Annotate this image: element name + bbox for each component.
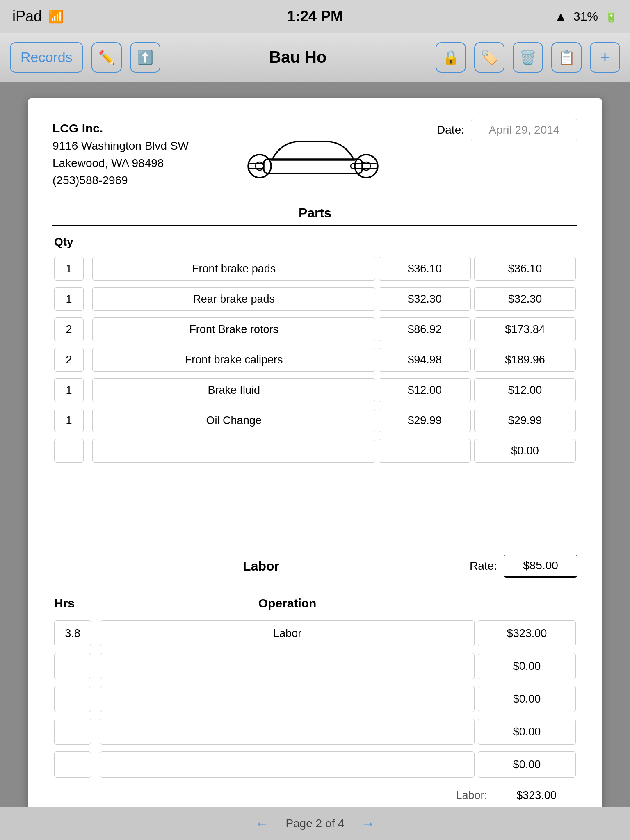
company-address1: 9116 Washington Blvd SW bbox=[52, 137, 189, 155]
labor-hrs-box bbox=[54, 686, 91, 712]
labor-total-box: $0.00 bbox=[478, 653, 576, 679]
copy-button[interactable]: 📋 bbox=[551, 42, 582, 73]
parts-qty-box: 1 bbox=[54, 257, 84, 281]
parts-price-box: $32.30 bbox=[379, 287, 471, 311]
doc-header: LCG Inc. 9116 Washington Blvd SW Lakewoo… bbox=[52, 119, 578, 189]
parts-qty-cell: 1 bbox=[52, 405, 91, 436]
labor-hrs-box bbox=[54, 751, 91, 778]
battery-percent: 31% bbox=[573, 9, 598, 23]
parts-qty-cell: 1 bbox=[52, 284, 91, 314]
qty-header: Qty bbox=[52, 235, 91, 253]
labor-total-value: $323.00 bbox=[495, 789, 578, 802]
parts-total-box: $32.30 bbox=[474, 287, 576, 311]
parts-qty-box: 1 bbox=[54, 287, 84, 311]
parts-row: 1 Oil Change $29.99 $29.99 bbox=[52, 405, 578, 436]
prev-page-button[interactable]: ← bbox=[254, 815, 269, 832]
status-right: ▲ 31% 🔋 bbox=[555, 9, 618, 23]
tag-icon: 🏷️ bbox=[481, 49, 498, 66]
records-button[interactable]: Records bbox=[10, 42, 83, 73]
parts-total-box: $29.99 bbox=[474, 409, 576, 432]
trash-icon: 🗑️ bbox=[519, 49, 536, 66]
labor-total-box: $0.00 bbox=[478, 686, 576, 712]
delete-button[interactable]: 🗑️ bbox=[513, 42, 543, 73]
date-label: Date: bbox=[437, 123, 464, 137]
parts-total-box: $173.84 bbox=[474, 317, 576, 341]
parts-price-cell: $86.92 bbox=[377, 314, 472, 345]
parts-divider bbox=[52, 225, 578, 226]
parts-desc-box: Front brake pads bbox=[92, 257, 375, 281]
parts-price-cell: $12.00 bbox=[377, 375, 472, 405]
car-logo bbox=[205, 119, 420, 185]
parts-price-cell: $29.99 bbox=[377, 405, 472, 436]
pencil-icon: ✏️ bbox=[98, 50, 115, 65]
status-bar: iPad 📶 1:24 PM ▲ 31% 🔋 bbox=[0, 0, 630, 33]
tag-button[interactable]: 🏷️ bbox=[474, 42, 504, 73]
signal-icon: ▲ bbox=[555, 9, 567, 23]
labor-op-box bbox=[100, 751, 475, 778]
toolbar-title: Bau Ho bbox=[169, 48, 427, 66]
parts-total-cell: $36.10 bbox=[472, 253, 578, 284]
labor-total-box: $0.00 bbox=[478, 719, 576, 745]
labor-total-label: Labor: bbox=[430, 789, 487, 802]
svg-rect-0 bbox=[264, 159, 362, 173]
edit-button[interactable]: ✏️ bbox=[91, 42, 122, 73]
parts-total-box: $189.96 bbox=[474, 348, 576, 372]
labor-hrs-cell bbox=[52, 682, 98, 715]
add-button[interactable]: + bbox=[590, 42, 620, 73]
svg-point-1 bbox=[248, 155, 271, 178]
device-label: iPad bbox=[12, 8, 42, 25]
parts-price-box: $86.92 bbox=[379, 317, 471, 341]
labor-hrs-cell bbox=[52, 748, 98, 781]
lock-button[interactable]: 🔒 bbox=[436, 42, 466, 73]
labor-op-box bbox=[100, 719, 475, 745]
parts-desc-box bbox=[92, 439, 375, 463]
labor-total-box: $323.00 bbox=[478, 620, 576, 646]
labor-op-cell bbox=[98, 748, 476, 781]
labor-op-cell bbox=[98, 682, 476, 715]
svg-point-3 bbox=[355, 155, 378, 178]
labor-total-cell-td: $0.00 bbox=[476, 650, 578, 682]
lock-icon: 🔒 bbox=[442, 49, 459, 66]
labor-row: $0.00 bbox=[52, 748, 578, 781]
page-navigation: ← Page 2 of 4 → bbox=[0, 807, 630, 840]
total-header bbox=[472, 235, 578, 253]
parts-price-cell: $36.10 bbox=[377, 253, 472, 284]
toolbar: Records ✏️ ⬆️ Bau Ho 🔒 🏷️ 🗑️ 📋 + bbox=[0, 33, 630, 82]
parts-price-cell bbox=[377, 436, 472, 466]
parts-row: $0.00 bbox=[52, 436, 578, 466]
labor-op-cell bbox=[98, 715, 476, 748]
labor-divider bbox=[52, 582, 578, 582]
rate-label: Rate: bbox=[470, 559, 497, 573]
parts-row: 1 Rear brake pads $32.30 $32.30 bbox=[52, 284, 578, 314]
labor-total-cell-td: $0.00 bbox=[476, 682, 578, 715]
labor-hrs-box bbox=[54, 653, 91, 679]
plus-icon: + bbox=[600, 48, 609, 66]
parts-total-cell: $173.84 bbox=[472, 314, 578, 345]
parts-desc-cell: Oil Change bbox=[91, 405, 377, 436]
parts-total-cell: $32.30 bbox=[472, 284, 578, 314]
labor-hrs-box: 3.8 bbox=[54, 620, 91, 646]
parts-total-cell: $0.00 bbox=[472, 436, 578, 466]
next-page-button[interactable]: → bbox=[361, 815, 376, 832]
parts-qty-box: 2 bbox=[54, 348, 84, 372]
rate-value: $85.00 bbox=[504, 555, 578, 578]
parts-qty-box: 2 bbox=[54, 317, 84, 341]
labor-hrs-cell bbox=[52, 715, 98, 748]
car-wrench-svg bbox=[247, 119, 379, 185]
parts-desc-box: Brake fluid bbox=[92, 378, 375, 402]
labor-row: $0.00 bbox=[52, 715, 578, 748]
labor-op-cell bbox=[98, 650, 476, 682]
labor-op-box: Labor bbox=[100, 620, 475, 646]
share-button[interactable]: ⬆️ bbox=[130, 42, 160, 73]
labor-hrs-cell: 3.8 bbox=[52, 617, 98, 650]
parts-price-box: $12.00 bbox=[379, 378, 471, 402]
parts-table: Qty 1 Front brake pads $36.10 $36.10 1 R… bbox=[52, 235, 578, 466]
parts-desc-box: Oil Change bbox=[92, 409, 375, 432]
parts-desc-box: Rear brake pads bbox=[92, 287, 375, 311]
main-area: LCG Inc. 9116 Washington Blvd SW Lakewoo… bbox=[0, 82, 630, 840]
parts-total-cell: $29.99 bbox=[472, 405, 578, 436]
company-address2: Lakewood, WA 98498 bbox=[52, 155, 189, 172]
date-section: Date: April 29, 2014 bbox=[437, 119, 578, 141]
parts-spacer bbox=[52, 472, 578, 555]
labor-total-cell-td: $323.00 bbox=[476, 617, 578, 650]
